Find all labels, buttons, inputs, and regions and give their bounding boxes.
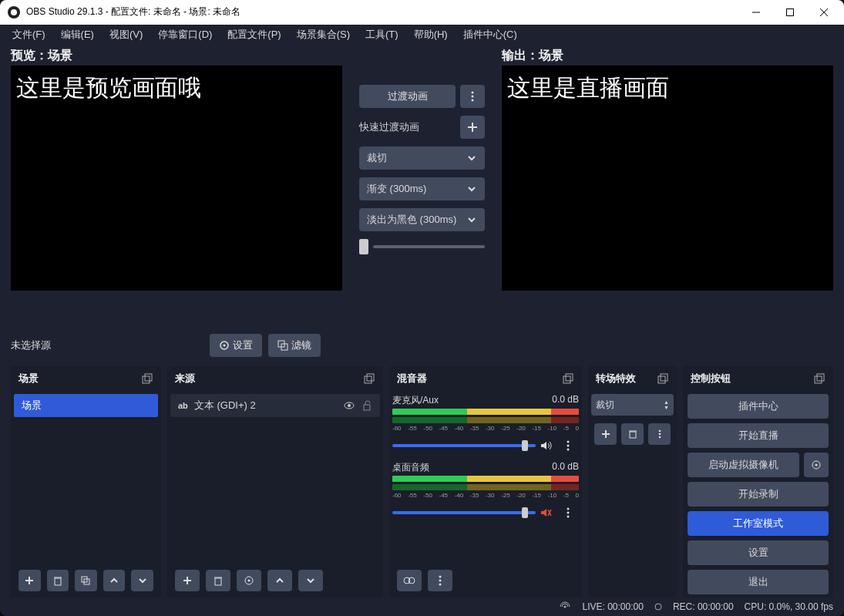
live-status: LIVE: 00:00:00 [582, 601, 643, 612]
svg-rect-21 [365, 376, 372, 383]
channel-more-button[interactable] [557, 435, 579, 456]
stepper-icon: ▲▼ [664, 399, 669, 410]
scene-up-button[interactable] [103, 570, 126, 591]
svg-point-42 [567, 512, 570, 514]
scene-list-item[interactable]: 场景 [14, 394, 158, 417]
control-button[interactable]: 工作室模式 [688, 511, 829, 536]
quick-cut-select[interactable]: 裁切 [359, 146, 485, 170]
virtual-cam-button[interactable]: 启动虚拟摄像机 [688, 453, 799, 477]
svg-point-35 [567, 441, 570, 443]
transition-button[interactable]: 过渡动画 [359, 85, 456, 108]
audio-meter [392, 476, 579, 482]
menu-view[interactable]: 视图(V) [103, 26, 149, 43]
transition-props-button[interactable] [648, 423, 671, 445]
svg-rect-13 [143, 376, 150, 383]
control-button[interactable]: 开始录制 [688, 482, 829, 507]
svg-point-31 [248, 580, 251, 582]
text-source-icon: ab [178, 401, 188, 410]
dock-panels: 场景 场景 来源 ab [0, 362, 844, 597]
popout-icon[interactable] [657, 372, 669, 385]
scene-filters-button[interactable] [75, 570, 97, 591]
popout-icon[interactable] [141, 372, 153, 385]
svg-point-46 [439, 576, 442, 578]
filters-button[interactable]: 滤镜 [268, 334, 321, 357]
remove-transition-button[interactable] [621, 423, 644, 445]
menu-dock[interactable]: 停靠窗口(D) [152, 26, 218, 43]
scenes-panel-title: 场景 [18, 372, 39, 385]
add-transition-button[interactable] [594, 423, 617, 445]
popout-icon[interactable] [363, 372, 375, 385]
volume-slider[interactable] [392, 444, 536, 447]
add-quick-transition-button[interactable] [460, 116, 485, 139]
mixer-advanced-button[interactable] [397, 570, 422, 591]
scenes-panel: 场景 场景 [11, 366, 161, 597]
add-source-button[interactable] [175, 570, 200, 591]
control-button[interactable]: 设置 [688, 540, 829, 565]
program-canvas-text: 这里是直播画面 [507, 72, 669, 104]
remove-scene-button[interactable] [47, 570, 69, 591]
menu-plugins[interactable]: 插件中心(C) [457, 26, 523, 43]
svg-point-62 [564, 606, 567, 608]
rec-dot-icon [654, 603, 662, 611]
studio-mode-area: 预览：场景 这里是预览画面哦 过渡动画 快速过渡动画 裁切 [0, 45, 844, 291]
svg-point-41 [567, 508, 570, 510]
menu-profile[interactable]: 配置文件(P) [221, 26, 287, 43]
quick-fade-select[interactable]: 渐变 (300ms) [359, 177, 485, 200]
menu-scene-collection[interactable]: 场景集合(S) [291, 26, 356, 43]
channel-db: 0.0 dB [552, 394, 579, 407]
source-list-item[interactable]: ab 文本 (GDI+) 2 [170, 394, 380, 417]
statusbar: LIVE: 00:00:00 REC: 00:00:00 CPU: 0.0%, … [0, 597, 844, 616]
tbar-slider[interactable] [359, 239, 485, 254]
minimize-button[interactable] [739, 0, 773, 25]
remove-source-button[interactable] [206, 570, 230, 591]
preview-canvas[interactable]: 这里是预览画面哦 [11, 66, 342, 291]
mute-button[interactable] [540, 440, 553, 451]
transition-select[interactable]: 裁切 ▲▼ [591, 394, 674, 416]
close-button[interactable] [807, 0, 841, 25]
mixer-panel: 混音器 麦克风/Aux0.0 dB -60-55-50-45-40-35-30-… [389, 366, 582, 597]
popout-icon[interactable] [562, 372, 574, 385]
svg-rect-17 [55, 578, 61, 585]
menubar: 文件(F) 编辑(E) 视图(V) 停靠窗口(D) 配置文件(P) 场景集合(S… [0, 25, 844, 45]
source-properties-button[interactable] [237, 570, 261, 591]
svg-point-24 [348, 404, 351, 407]
mute-button[interactable] [540, 507, 553, 518]
audio-meter [392, 409, 579, 415]
obs-window: OBS Studio 29.1.3 - 配置文件: 未命名 - 场景: 未命名 … [0, 0, 844, 616]
properties-button[interactable]: 设置 [210, 334, 262, 357]
scene-down-button[interactable] [131, 570, 153, 591]
menu-help[interactable]: 帮助(H) [408, 26, 454, 43]
menu-file[interactable]: 文件(F) [6, 26, 52, 43]
preview-label: 预览：场景 [11, 48, 342, 64]
cpu-status: CPU: 0.0%, 30.00 fps [745, 601, 833, 612]
svg-rect-50 [661, 374, 667, 381]
add-scene-button[interactable] [18, 570, 41, 591]
program-canvas[interactable]: 这里是直播画面 [502, 66, 833, 291]
control-button[interactable]: 插件中心 [688, 394, 829, 419]
quick-fade-black-select[interactable]: 淡出为黑色 (300ms) [359, 208, 485, 231]
svg-rect-1 [787, 8, 794, 15]
visibility-toggle-icon[interactable] [343, 399, 355, 412]
meter-ticks: -60-55-50-45-40-35-30-25-20-15-10-50 [392, 492, 579, 499]
svg-point-56 [658, 433, 661, 436]
transition-more-button[interactable] [460, 85, 485, 108]
virtual-cam-settings-button[interactable] [804, 453, 829, 477]
popout-icon[interactable] [813, 372, 826, 385]
maximize-button[interactable] [773, 0, 807, 25]
control-button[interactable]: 退出 [688, 570, 829, 594]
menu-edit[interactable]: 编辑(E) [55, 26, 100, 43]
channel-more-button[interactable] [557, 502, 579, 523]
controls-panel: 控制按钮 插件中心开始直播启动虚拟摄像机 开始录制工作室模式设置退出 [683, 366, 833, 597]
connection-icon [559, 601, 571, 612]
control-button[interactable]: 开始直播 [688, 423, 829, 448]
svg-marker-34 [541, 442, 546, 449]
source-down-button[interactable] [298, 570, 323, 591]
channel-name: 麦克风/Aux [392, 394, 439, 407]
svg-point-57 [658, 436, 661, 439]
source-up-button[interactable] [267, 570, 292, 591]
svg-point-55 [658, 430, 661, 433]
lock-toggle-icon[interactable] [361, 400, 372, 411]
volume-slider[interactable] [392, 511, 536, 514]
mixer-more-button[interactable] [428, 570, 452, 591]
menu-tools[interactable]: 工具(T) [359, 26, 405, 43]
